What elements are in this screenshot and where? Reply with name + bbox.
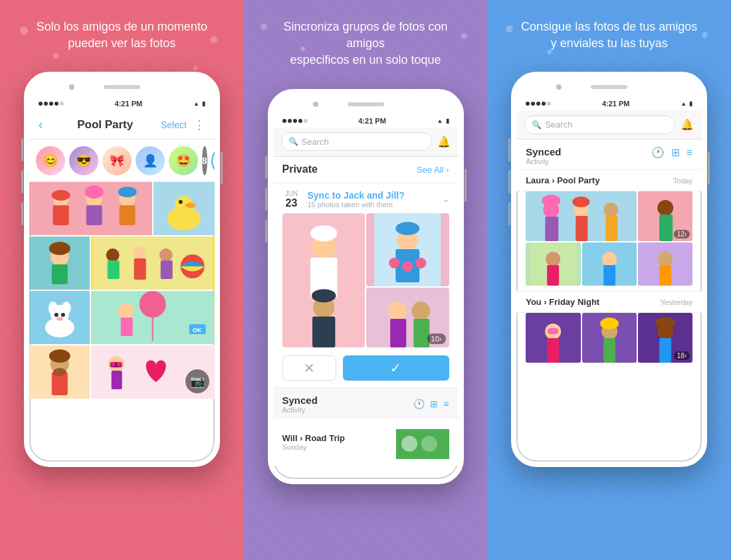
svg-rect-106	[659, 338, 671, 363]
pool-grid-right[interactable]: 12›	[638, 191, 692, 241]
private-section-header: Private See All ›	[273, 157, 459, 183]
grid-cell-7[interactable]	[29, 345, 90, 399]
mosaic-cell-tall[interactable]	[282, 213, 366, 347]
back-button[interactable]: ‹	[39, 117, 43, 132]
panel2-header: Sincroniza grupos de fotos con amigos es…	[244, 0, 488, 82]
section-title: Private	[282, 163, 318, 175]
svg-rect-71	[413, 319, 429, 347]
panel-get-photos: Consigue las fotos de tus amigos y envia…	[487, 0, 731, 560]
mosaic-count: 10›	[427, 333, 446, 344]
grid-cell-3[interactable]	[29, 236, 90, 290]
more-button[interactable]: ⋮	[193, 118, 205, 132]
d1	[282, 119, 286, 123]
notification-bell[interactable]: 🔔	[437, 136, 451, 148]
avatar-4[interactable]: 👤	[136, 146, 165, 175]
activity2-when: Yesterday	[661, 298, 693, 306]
svg-rect-102	[603, 338, 615, 363]
svg-point-32	[54, 313, 58, 317]
svg-rect-99	[548, 328, 558, 334]
pool-grid-bottom-mid[interactable]	[582, 242, 637, 286]
synced-section: Synced Activity 🕐 ⊞ ≡	[273, 388, 459, 418]
svg-point-46	[53, 368, 66, 376]
svg-point-78	[542, 195, 561, 207]
friday-cell-2[interactable]	[582, 313, 637, 363]
grid-cell-6[interactable]: OK	[91, 291, 214, 344]
road-trip-row[interactable]: Will › Road Trip Sunday	[273, 418, 459, 466]
search-icon3: 🔍	[532, 120, 542, 130]
phone1-side-btn-left2	[21, 170, 23, 193]
synced-row: Synced Activity 🕐 ⊞ ≡	[282, 395, 449, 414]
notification-bell3[interactable]: 🔔	[680, 118, 694, 131]
svg-point-66	[415, 258, 426, 268]
pool-grid-wide[interactable]	[526, 191, 637, 241]
photo-mosaic-container: 10›	[282, 213, 449, 347]
mosaic-cell-bottom-right[interactable]: 10›	[366, 288, 449, 347]
d2	[288, 119, 292, 123]
clock-icon[interactable]: 🕐	[413, 399, 425, 409]
status-icons: ▲ ▮	[193, 100, 205, 107]
clock-icon3[interactable]: 🕐	[651, 146, 665, 159]
select-button[interactable]: Select	[161, 120, 187, 130]
search-box3[interactable]: 🔍 Search	[524, 116, 675, 134]
phone3-icons: 🕐 ⊞ ≡	[651, 146, 692, 159]
synced-sub: Activity	[282, 406, 318, 414]
svg-point-85	[657, 200, 673, 216]
friday-cell-3[interactable]: 18›	[638, 313, 692, 363]
avatar-2[interactable]: 😎	[69, 146, 98, 175]
friday-night-grid: 18›	[526, 313, 692, 363]
mosaic-cell-top-right[interactable]	[366, 213, 449, 286]
card-subtitle: 15 photos taken with them	[308, 201, 436, 209]
list-icon[interactable]: ≡	[443, 399, 449, 409]
avatar-3[interactable]: 🎀	[102, 146, 132, 175]
pool-grid-bottom-right[interactable]	[638, 242, 692, 286]
svg-rect-2	[52, 205, 68, 225]
svg-point-73	[401, 436, 417, 452]
panel3-header: Consigue las fotos de tus amigos y envia…	[501, 0, 717, 65]
avatar-1[interactable]: 😊	[36, 146, 65, 175]
svg-rect-21	[108, 260, 120, 279]
search-box[interactable]: 🔍 Search	[281, 132, 432, 151]
grid-cell-8[interactable]: 📷	[91, 345, 214, 399]
phone3-outer: 4:21 PM ▲ ▮ 🔍 Search 🔔	[511, 72, 707, 467]
photo-illus-6: OK	[91, 291, 214, 344]
list-icon3[interactable]: ≡	[686, 147, 692, 159]
phone3-side-btn-left3	[508, 202, 510, 225]
see-all-button[interactable]: See All ›	[417, 165, 449, 175]
svg-point-38	[118, 303, 134, 319]
phone3-synced-header: Synced Activity 🕐 ⊞ ≡	[516, 140, 702, 170]
pool-grid-bottom-left[interactable]	[526, 242, 580, 286]
road-trip-title: Will › Road Trip	[282, 433, 346, 443]
grid-icon3[interactable]: ⊞	[671, 146, 680, 159]
svg-rect-95	[659, 265, 671, 286]
svg-rect-51	[117, 362, 122, 367]
grid-cell-5[interactable]	[29, 291, 90, 344]
phone2-side-btn-left3	[265, 219, 267, 242]
svg-point-3	[51, 190, 70, 201]
photo-mosaic: 10›	[282, 213, 449, 347]
avatar-add-button[interactable]: +	[211, 146, 220, 175]
svg-rect-59	[312, 316, 335, 347]
svg-point-24	[159, 248, 173, 262]
phone3-top-bar	[516, 77, 702, 97]
friday-cell-1[interactable]	[526, 313, 580, 363]
svg-rect-83	[606, 216, 618, 241]
avatar-5[interactable]: 🤩	[169, 146, 198, 175]
svg-point-44	[49, 349, 70, 363]
svg-point-103	[600, 318, 619, 329]
grid-icon[interactable]: ⊞	[430, 399, 438, 409]
phone3: 4:21 PM ▲ ▮ 🔍 Search 🔔	[511, 72, 707, 467]
friday-night-row[interactable]: You › Friday Night Yesterday	[516, 291, 702, 313]
svg-point-14	[179, 200, 183, 204]
laura-pool-party-row[interactable]: Laura › Pool Party Today	[516, 170, 702, 191]
svg-rect-89	[547, 265, 559, 286]
svg-rect-92	[603, 265, 615, 286]
grid-cell-4[interactable]	[91, 236, 214, 290]
grid-cell-1[interactable]	[29, 182, 152, 235]
grid-cell-2[interactable]	[154, 182, 215, 235]
road-trip-info: Will › Road Trip Sunday	[282, 433, 346, 451]
cancel-button[interactable]: ✕	[282, 355, 337, 381]
avatar-count[interactable]: 8	[202, 146, 207, 175]
svg-rect-80	[576, 216, 588, 241]
confirm-button[interactable]: ✓	[343, 355, 449, 381]
signal-dots	[526, 102, 551, 106]
